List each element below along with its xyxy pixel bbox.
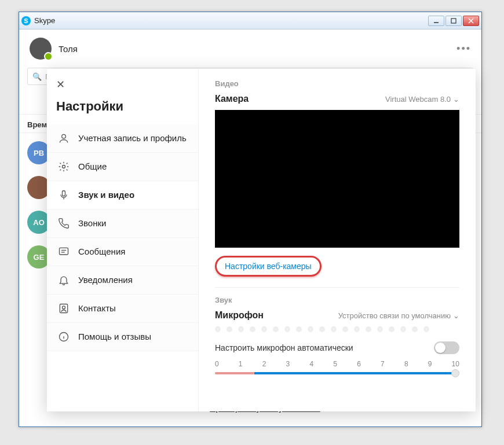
scale-tick: 1 (239, 360, 243, 368)
auto-mic-toggle[interactable] (434, 341, 459, 354)
minimize-button[interactable] (428, 16, 444, 26)
level-dot (227, 326, 232, 332)
nav-audio-video[interactable]: Звук и видео (47, 181, 198, 209)
nav-label: Уведомления (78, 275, 133, 286)
svg-point-11 (63, 306, 65, 309)
volume-scale: 012345678910 (215, 360, 459, 368)
video-section-label: Видео (215, 79, 459, 88)
camera-preview (215, 110, 459, 248)
microphone-select[interactable]: Устройство связи по умолчанию ⌄ (338, 311, 459, 320)
scale-tick: 2 (262, 360, 266, 368)
search-icon: 🔍 (32, 72, 42, 81)
maximize-button[interactable] (445, 16, 462, 26)
svg-point-5 (63, 166, 65, 168)
svg-rect-1 (451, 19, 456, 23)
scale-tick: 4 (309, 360, 313, 368)
nav-label: Сообщения (78, 247, 125, 258)
level-dot (319, 326, 325, 332)
level-dot (261, 326, 267, 332)
nav-messages[interactable]: Сообщения (47, 238, 198, 266)
level-dot (284, 326, 290, 332)
level-dot (423, 326, 429, 332)
settings-content: Видео Камера Virtual Webcam 8.0 ⌄ Настро… (199, 69, 476, 411)
level-dot (331, 326, 337, 332)
slider-fill-low (215, 372, 254, 374)
camera-row: Камера Virtual Webcam 8.0 ⌄ (215, 94, 459, 104)
level-dot (308, 326, 313, 332)
settings-title: Настройки (47, 91, 198, 124)
level-dot (238, 326, 244, 332)
audio-section-label: Звук (215, 296, 459, 304)
auto-mic-row: Настроить микрофон автоматически (215, 341, 459, 354)
message-icon (57, 245, 70, 258)
level-dot (366, 326, 371, 332)
settings-dialog: ✕ Настройки Учетная запись и профиль Общ… (47, 69, 476, 411)
microphone-device-value: Устройство связи по умолчанию (338, 311, 451, 320)
camera-select[interactable]: Virtual Webcam 8.0 ⌄ (385, 95, 459, 104)
bell-icon (57, 274, 70, 286)
more-icon[interactable]: ••• (456, 43, 471, 55)
avatar[interactable] (30, 38, 52, 60)
contacts-icon (57, 302, 70, 315)
profile-header: Толя ••• (19, 30, 481, 64)
webcam-settings-link[interactable]: Настройки веб-камеры (225, 262, 312, 271)
phone-icon (57, 217, 70, 230)
svg-rect-7 (60, 248, 68, 255)
nav-notifications[interactable]: Уведомления (47, 266, 198, 295)
level-dot (412, 326, 418, 332)
username[interactable]: Толя (59, 44, 450, 54)
scale-tick: 6 (357, 360, 361, 368)
microphone-label: Микрофон (215, 310, 264, 321)
webcam-settings-block: Настройки веб-камеры (215, 256, 459, 277)
app-window: S Skype Толя ••• 🔍 П Чат Время PBAOGE Не… (19, 12, 482, 427)
gear-icon (57, 160, 70, 173)
scale-tick: 9 (428, 360, 432, 368)
info-icon (57, 330, 70, 343)
nav-label: Общие (78, 161, 107, 172)
level-dot (342, 326, 348, 332)
nav-label: Звонки (78, 218, 106, 229)
level-dot (400, 326, 406, 332)
svg-rect-6 (63, 191, 65, 196)
level-dot (354, 326, 360, 332)
microphone-row: Микрофон Устройство связи по умолчанию ⌄ (215, 310, 459, 321)
nav-label: Помощь и отзывы (78, 332, 151, 343)
nav-general[interactable]: Общие (47, 153, 198, 181)
person-icon (57, 132, 70, 145)
nav-contacts[interactable]: Контакты (47, 295, 198, 323)
chevron-down-icon: ⌄ (453, 311, 459, 320)
camera-label: Камера (215, 94, 249, 104)
slider-knob[interactable] (451, 369, 459, 377)
nav-account-profile[interactable]: Учетная запись и профиль (47, 124, 198, 153)
level-dot (215, 326, 221, 332)
scale-tick: 5 (333, 360, 337, 368)
scale-tick: 8 (404, 360, 408, 368)
volume-slider[interactable] (215, 369, 459, 377)
window-title: Skype (34, 16, 428, 25)
camera-device-value: Virtual Webcam 8.0 (385, 95, 451, 104)
nav-label: Звук и видео (78, 190, 134, 201)
nav-calls[interactable]: Звонки (47, 209, 198, 238)
close-settings-button[interactable]: ✕ (47, 73, 198, 91)
scale-tick: 7 (381, 360, 385, 368)
window-buttons (428, 16, 479, 26)
nav-help-feedback[interactable]: Помощь и отзывы (47, 323, 198, 351)
titlebar: S Skype (19, 12, 481, 30)
level-dot (250, 326, 255, 332)
scale-tick: 10 (452, 360, 459, 368)
auto-mic-label: Настроить микрофон автоматически (215, 343, 353, 352)
skype-logo-icon: S (21, 16, 31, 25)
divider (215, 287, 459, 288)
svg-point-4 (62, 134, 66, 138)
svg-rect-10 (60, 304, 67, 313)
microphone-icon (57, 189, 70, 201)
close-window-button[interactable] (463, 16, 479, 26)
level-dot (273, 326, 279, 332)
level-dot (377, 326, 383, 332)
nav-label: Контакты (78, 303, 116, 314)
chevron-down-icon: ⌄ (453, 95, 459, 104)
level-dot (296, 326, 302, 332)
slider-fill (254, 372, 455, 374)
nav-label: Учетная запись и профиль (78, 133, 187, 144)
scale-tick: 0 (215, 360, 219, 368)
